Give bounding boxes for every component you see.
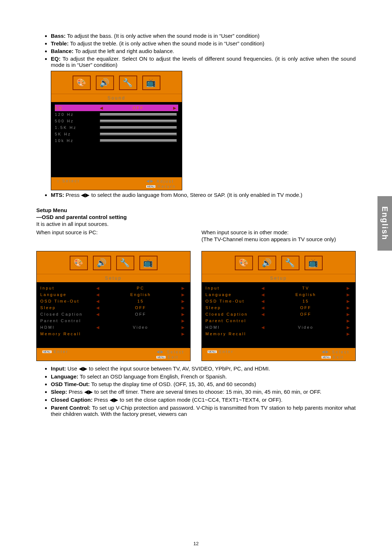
osd-row-eq[interactable]: EQ ◀ OFF ▶ [55,105,178,111]
right-arrow-icon[interactable]: ▶ [172,106,178,110]
tv-tab-icon[interactable]: 📺 [139,256,158,270]
right-arrow-icon[interactable]: ▶ [180,319,187,323]
right-arrow-icon[interactable]: ▶ [345,299,352,304]
icon: 📺 [143,258,154,268]
right-arrow-icon[interactable]: ▶ [180,292,187,297]
tv-tab-icon[interactable]: 📺 [305,256,323,270]
setup-tab-icon[interactable]: 🔧 [281,256,299,270]
osd-row[interactable]: OSD Time-Out◀15▶ [205,298,352,304]
picture-tab-icon[interactable]: 🎨 [73,76,91,90]
setup-tab-icon[interactable]: 🔧 [116,256,134,270]
right-arrow-icon[interactable]: ▶ [180,325,187,330]
osd-row-500hz[interactable]: 500 Hz [55,118,178,124]
osd-row[interactable]: HDMI◀Video▶ [205,324,352,331]
picture-tab-icon[interactable]: 🎨 [70,256,88,270]
row-value: 15 [266,299,345,303]
right-arrow-icon[interactable]: ▶ [345,325,352,330]
right-arrow-icon[interactable]: ▶ [180,312,187,317]
right-arrow-icon[interactable]: ▶ [345,319,352,323]
osd-row-10khz[interactable]: 10k Hz [55,137,178,144]
footer-select: ↕Select [57,179,80,183]
row-value: PC [101,286,180,290]
left-arrow-icon[interactable]: ◀ [95,325,101,330]
osd-row[interactable]: Cloesd Caption◀OFF▶ [205,311,352,317]
label: Exit [168,355,179,359]
right-arrow-icon[interactable]: ▶ [180,332,187,336]
sound-tab-icon[interactable]: 🔊 [93,256,111,270]
setup-tab-icon[interactable]: 🔧 [119,76,137,90]
row-value: TV [266,286,345,290]
osd-tab-strip: 🎨 🔊 🔧 📺 [37,251,190,274]
osd-title: Sound [51,94,182,102]
osd-row[interactable]: Sleep◀OFF▶ [205,304,352,311]
row-value: English [266,292,345,297]
osd-row[interactable]: Input◀PC▶ [40,285,187,291]
bullet-closed-caption: Closed Caption: Press ◀▶ to set the clos… [51,397,356,403]
row-label: 5K Hz [55,132,98,136]
right-arrow-icon[interactable]: ▶ [345,332,352,336]
right-arrow-icon[interactable]: ▶ [180,286,187,291]
right-arrow-icon[interactable]: ▶ [345,292,352,297]
osd-row[interactable]: OSD Time-Out◀15▶ [40,298,187,304]
left-arrow-icon[interactable]: ◀ [260,286,266,291]
footer-enter: MENUEnter [42,349,69,354]
osd-setup-menu-pc: 🎨 🔊 🔧 📺 Setup Input◀PC▶Language◀English▶… [36,251,191,361]
osd-row-5khz[interactable]: 5K Hz [55,131,178,137]
left-arrow-icon[interactable]: ◀ [260,299,266,304]
left-arrow-icon[interactable]: ◀ [98,106,105,110]
term: Balance: [51,48,74,54]
left-arrow-icon[interactable]: ◀ [95,305,101,310]
row-label: Closed Caption [40,312,95,316]
row-value: Video [266,325,345,329]
right-arrow-icon[interactable]: ▶ [345,305,352,310]
bullet-parent-control: Parent Control: To set up V-Chip protect… [51,405,356,417]
row-label: Memory Recall [40,332,95,336]
left-arrow-icon[interactable]: ◀ [95,292,101,297]
picture-tab-icon[interactable]: 🎨 [235,256,253,270]
term: Parent Control: [51,405,90,411]
eq-slider[interactable] [100,133,177,135]
osd-body: EQ ◀ OFF ▶ 120 Hz 500 Hz 1.5K Hz 5K Hz 1… [51,102,182,177]
osd-row[interactable]: Input◀TV▶ [205,285,352,291]
osd-row[interactable]: Memory Recall▶ [40,331,187,337]
osd-setup-menu-tv: 🎨 🔊 🔧 📺 Setup Input◀TV▶Language◀English▶… [201,251,356,361]
eq-slider[interactable] [100,119,177,122]
row-value: 15 [101,299,180,303]
sound-tab-icon[interactable]: 🔊 [258,256,276,270]
label: Exit [333,355,344,359]
eq-slider[interactable] [100,126,177,129]
row-label: Language [205,292,260,297]
row-label: Cloesd Caption [205,312,260,316]
tv-tab-icon[interactable]: 📺 [142,76,160,90]
osd-row[interactable]: Parent Control▶ [40,317,187,324]
osd-row-120hz[interactable]: 120 Hz [55,111,178,118]
left-arrow-icon[interactable]: ◀ [95,299,101,304]
osd-row[interactable]: Language◀English▶ [40,291,187,298]
row-label: Language [40,292,95,297]
osd-row[interactable]: Parent Control▶ [205,317,352,324]
osd-row[interactable]: Closed Caption◀OFF▶ [40,311,187,317]
right-arrow-icon[interactable]: ▶ [345,286,352,291]
osd-title: Setup [202,274,355,283]
left-arrow-icon[interactable]: ◀ [260,292,266,297]
bullet-balance: Balance: To adjust the left and right au… [51,48,356,54]
left-arrow-icon[interactable]: ◀ [260,305,266,310]
osd-row[interactable]: Memory Recall▶ [205,331,352,337]
right-arrow-icon[interactable]: ▶ [180,305,187,310]
right-arrow-icon[interactable]: ▶ [345,312,352,317]
term: Input: [51,365,66,372]
osd-row[interactable]: Language◀English▶ [205,291,352,298]
right-arrow-icon[interactable]: ▶ [180,299,187,304]
osd-row-1-5khz[interactable]: 1.5K Hz [55,124,178,131]
left-arrow-icon[interactable]: ◀ [260,312,266,317]
bullet-mts: MTS: Press ◀▶ to select the audio langua… [51,192,356,198]
osd-row[interactable]: Sleep◀OFF▶ [40,304,187,311]
left-arrow-icon[interactable]: ◀ [260,325,266,330]
left-arrow-icon[interactable]: ◀ [95,312,101,317]
osd-row[interactable]: HDMI◀Video▶ [40,324,187,331]
left-arrow-icon[interactable]: ◀ [95,286,101,291]
desc: Press ◀▶ to set the off timer. There are… [67,389,321,395]
eq-slider[interactable] [100,139,177,142]
sound-tab-icon[interactable]: 🔊 [96,76,114,90]
eq-slider[interactable] [100,113,177,116]
